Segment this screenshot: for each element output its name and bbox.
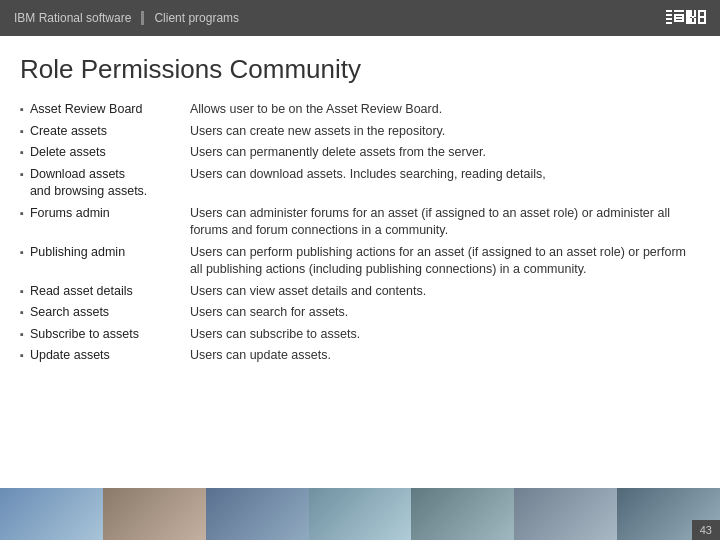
footer-image-6 <box>514 488 617 540</box>
footer-image-4 <box>309 488 412 540</box>
permission-item: ▪Forums adminUsers can administer forums… <box>20 205 700 240</box>
svg-rect-0 <box>666 10 672 12</box>
permission-item: ▪Search assetsUsers can search for asset… <box>20 304 700 322</box>
permission-name: Delete assets <box>30 144 190 162</box>
svg-rect-9 <box>682 14 684 22</box>
permission-name: Read asset details <box>30 283 190 301</box>
brand-text: IBM Rational software <box>14 11 131 25</box>
bullet-icon: ▪ <box>20 167 24 182</box>
bullet-icon: ▪ <box>20 206 24 221</box>
permission-item: ▪Create assetsUsers can create new asset… <box>20 123 700 141</box>
permission-description: Users can update assets. <box>190 347 700 365</box>
bullet-icon: ▪ <box>20 284 24 299</box>
permission-list: ▪Asset Review BoardAllows user to be on … <box>20 101 700 365</box>
bullet-icon: ▪ <box>20 305 24 320</box>
bullet-icon: ▪ <box>20 145 24 160</box>
bullet-icon: ▪ <box>20 102 24 117</box>
bullet-icon: ▪ <box>20 245 24 260</box>
svg-rect-13 <box>692 16 694 18</box>
svg-rect-2 <box>666 18 672 20</box>
permission-description: Users can perform publishing actions for… <box>190 244 700 279</box>
svg-rect-1 <box>666 14 672 16</box>
permission-description: Users can permanently delete assets from… <box>190 144 700 162</box>
footer-image-2 <box>103 488 206 540</box>
footer-image-3 <box>206 488 309 540</box>
svg-rect-21 <box>704 10 706 16</box>
svg-rect-11 <box>690 10 692 17</box>
svg-rect-6 <box>676 17 682 19</box>
footer-image-1 <box>0 488 103 540</box>
permission-description: Users can subscribe to assets. <box>190 326 700 344</box>
footer <box>0 488 720 540</box>
permission-name: Create assets <box>30 123 190 141</box>
svg-rect-3 <box>666 22 672 24</box>
permission-item: ▪Publishing adminUsers can perform publi… <box>20 244 700 279</box>
header: IBM Rational software Client programs <box>0 0 720 36</box>
bullet-icon: ▪ <box>20 327 24 342</box>
svg-rect-12 <box>694 10 696 17</box>
permission-name: Subscribe to assets <box>30 326 190 344</box>
permission-name: Search assets <box>30 304 190 322</box>
bullet-icon: ▪ <box>20 124 24 139</box>
svg-rect-22 <box>704 18 706 24</box>
permission-name: Publishing admin <box>30 244 190 262</box>
permission-item: ▪Subscribe to assetsUsers can subscribe … <box>20 326 700 344</box>
header-divider <box>141 11 144 25</box>
section-text: Client programs <box>154 11 239 25</box>
permission-item: ▪Update assetsUsers can update assets. <box>20 347 700 365</box>
bullet-icon: ▪ <box>20 348 24 363</box>
page-title: Role Permissions Community <box>20 54 700 85</box>
svg-rect-16 <box>692 22 694 24</box>
permission-name: Forums admin <box>30 205 190 223</box>
svg-rect-19 <box>698 16 706 18</box>
permission-name: Update assets <box>30 347 190 365</box>
svg-rect-10 <box>686 10 690 24</box>
svg-rect-14 <box>690 18 692 24</box>
permission-description: Users can view asset details and content… <box>190 283 700 301</box>
page-number: 43 <box>692 520 720 540</box>
permission-description: Users can download assets. Includes sear… <box>190 166 700 184</box>
permission-item: ▪Read asset detailsUsers can view asset … <box>20 283 700 301</box>
permission-item: ▪Asset Review BoardAllows user to be on … <box>20 101 700 119</box>
permission-description: Users can administer forums for an asset… <box>190 205 700 240</box>
permission-item: ▪Download assets and browsing assets.Use… <box>20 166 700 201</box>
permission-name: Asset Review Board <box>30 101 190 119</box>
permission-item: ▪Delete assetsUsers can permanently dele… <box>20 144 700 162</box>
svg-rect-4 <box>674 10 684 12</box>
permission-description: Allows user to be on the Asset Review Bo… <box>190 101 700 119</box>
permission-name: Download assets and browsing assets. <box>30 166 190 201</box>
permission-description: Users can create new assets in the repos… <box>190 123 700 141</box>
footer-image-5 <box>411 488 514 540</box>
svg-rect-15 <box>694 18 696 24</box>
svg-rect-8 <box>674 14 676 22</box>
ibm-logo-icon <box>666 10 706 26</box>
header-left: IBM Rational software Client programs <box>14 11 239 25</box>
permission-description: Users can search for assets. <box>190 304 700 322</box>
main-content: Role Permissions Community ▪Asset Review… <box>0 36 720 379</box>
